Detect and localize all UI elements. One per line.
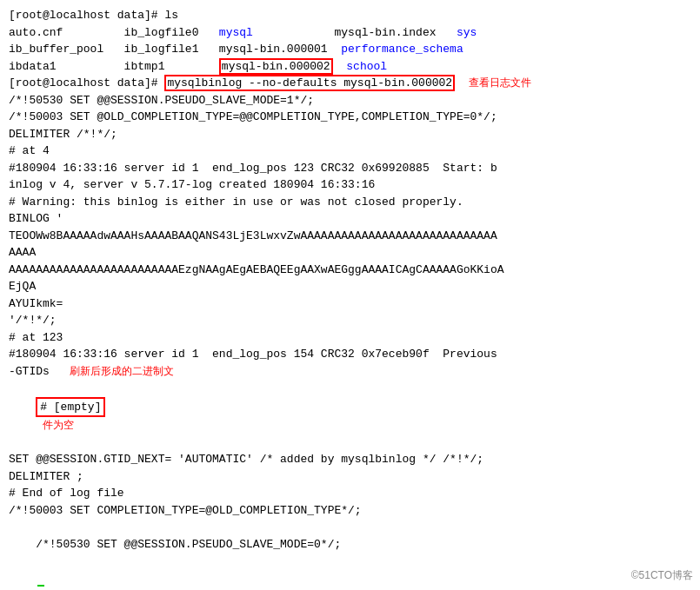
line-completion-restore: /*!50003 SET COMPLETION_TYPE=@OLD_COMPLE… — [9, 502, 691, 520]
line-ls-3: ibdata1 ibtmp1 mysql-bin.000002 school — [9, 58, 691, 76]
line-at-123: # at 123 — [9, 329, 691, 347]
line-binlog-data-2: AAAA — [9, 244, 691, 262]
line-session-restore: /*!50530 SET @@SESSION.PSEUDO_SLAVE_MODE… — [9, 519, 691, 590]
line-ls-1: auto.cnf ib_logfile0 mysql mysql-bin.ind… — [9, 24, 691, 42]
line-at-4: # at 4 — [9, 143, 691, 160]
line-delimiter-2: DELIMITER ; — [9, 468, 691, 486]
watermark: ©51CTO博客 — [631, 568, 693, 583]
dir-school: school — [346, 60, 387, 73]
line-cmd: [root@localhost data]# mysqlbinlog --no-… — [9, 75, 691, 92]
line-ls-2: ib_buffer_pool ib_logfile1 mysql-bin.000… — [9, 41, 691, 58]
dir-perf: performance_schema — [341, 43, 463, 56]
line-180904-start: #180904 16:33:16 server id 1 end_log_pos… — [9, 160, 691, 177]
line-binlog-data-1: TEOOWw8BAAAAAdwAAAHsAAAABAAQANS43LjE3Lwx… — [9, 228, 691, 245]
highlight-binlog-000002: mysql-bin.000002 — [219, 58, 333, 75]
annotation-log-file: 查看日志文件 — [469, 76, 531, 89]
annotation-binary-empty: 刷新后形成的二进制文 — [70, 365, 174, 377]
line-empty: # [empty] 件为空 — [9, 380, 691, 451]
line-binlog-data-5: AYUIkmk= — [9, 295, 691, 313]
highlight-cmd-mysqlbinlog: mysqlbinlog --no-defaults mysql-bin.0000… — [164, 75, 455, 91]
annotation-empty-label: 件为空 — [43, 419, 74, 431]
line-180904-prev: #180904 16:33:16 server id 1 end_log_pos… — [9, 346, 691, 363]
line-binlog-close: '/*!*/; — [9, 312, 691, 329]
dir-sys: sys — [457, 26, 477, 39]
line-end-log: # End of log file — [9, 485, 691, 502]
terminal-window: [root@localhost data]# ls auto.cnf ib_lo… — [0, 0, 700, 590]
line-binlog-data-4: EjQA — [9, 278, 691, 295]
line-completion-old: /*!50003 SET @OLD_COMPLETION_TYPE=@@COMP… — [9, 109, 691, 126]
highlight-empty: # [empty] — [36, 397, 105, 418]
line-binlog-open: BINLOG ' — [9, 210, 691, 228]
line-gtids: -GTIDs 刷新后形成的二进制文 — [9, 363, 691, 381]
line-inlog: inlog v 4, server v 5.7.17-log created 1… — [9, 176, 691, 194]
line-binlog-data-3: AAAAAAAAAAAAAAAAAAAAAAAAAEzgNAAgAEgAEBAQ… — [9, 262, 691, 279]
line-gtid-next: SET @@SESSION.GTID_NEXT= 'AUTOMATIC' /* … — [9, 451, 691, 468]
line-delimiter-1: DELIMITER /*!*/; — [9, 126, 691, 143]
line-session-1: /*!50530 SET @@SESSION.PSEUDO_SLAVE_MODE… — [9, 92, 691, 109]
line-1: [root@localhost data]# ls — [9, 7, 691, 24]
dir-mysql: mysql — [219, 26, 253, 39]
line-warning: # Warning: this binlog is either in use … — [9, 194, 691, 211]
